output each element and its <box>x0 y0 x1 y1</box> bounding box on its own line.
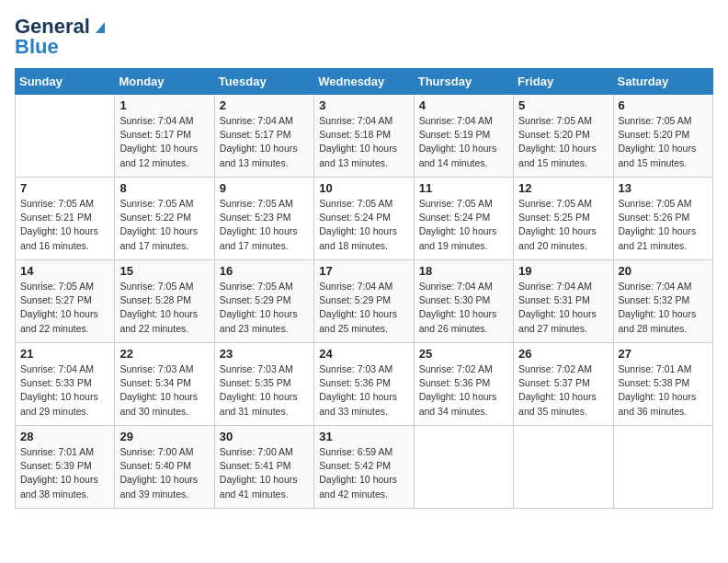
day-number: 20 <box>619 264 708 278</box>
calendar-cell: 4Sunrise: 7:04 AMSunset: 5:19 PMDaylight… <box>414 95 513 178</box>
day-info: Sunrise: 7:04 AMSunset: 5:18 PMDaylight:… <box>319 114 408 170</box>
logo: General Blue <box>15 15 108 59</box>
day-info: Sunrise: 7:04 AMSunset: 5:19 PMDaylight:… <box>419 114 508 170</box>
calendar-cell: 30Sunrise: 7:00 AMSunset: 5:41 PMDayligh… <box>214 426 313 509</box>
day-info: Sunrise: 7:03 AMSunset: 5:35 PMDaylight:… <box>220 362 309 419</box>
day-number: 14 <box>20 264 109 278</box>
day-info: Sunrise: 7:04 AMSunset: 5:31 PMDaylight:… <box>518 280 608 336</box>
day-info: Sunrise: 7:05 AMSunset: 5:29 PMDaylight:… <box>220 280 309 336</box>
logo-text-blue: Blue <box>15 35 59 59</box>
day-info: Sunrise: 7:03 AMSunset: 5:36 PMDaylight:… <box>319 362 408 419</box>
calendar-cell: 22Sunrise: 7:03 AMSunset: 5:34 PMDayligh… <box>115 343 214 426</box>
day-number: 21 <box>20 347 109 361</box>
day-number: 5 <box>518 98 608 112</box>
page-header: General Blue <box>15 15 713 59</box>
day-number: 31 <box>319 430 408 443</box>
day-info: Sunrise: 6:59 AMSunset: 5:42 PMDaylight:… <box>319 445 408 501</box>
day-info: Sunrise: 7:00 AMSunset: 5:41 PMDaylight:… <box>220 445 309 501</box>
day-number: 28 <box>20 430 109 443</box>
day-number: 10 <box>319 181 408 195</box>
day-number: 17 <box>319 264 408 278</box>
weekday-header: Monday <box>115 69 214 95</box>
day-info: Sunrise: 7:05 AMSunset: 5:25 PMDaylight:… <box>518 197 608 253</box>
day-info: Sunrise: 7:02 AMSunset: 5:36 PMDaylight:… <box>419 362 508 419</box>
day-info: Sunrise: 7:00 AMSunset: 5:40 PMDaylight:… <box>119 445 209 501</box>
day-number: 3 <box>319 98 408 112</box>
day-number: 13 <box>619 181 708 195</box>
calendar-cell <box>613 426 712 509</box>
calendar-cell: 16Sunrise: 7:05 AMSunset: 5:29 PMDayligh… <box>214 260 313 343</box>
weekday-header: Tuesday <box>214 69 313 95</box>
calendar-table: SundayMondayTuesdayWednesdayThursdayFrid… <box>15 68 713 509</box>
calendar-cell: 2Sunrise: 7:04 AMSunset: 5:17 PMDaylight… <box>214 95 313 178</box>
calendar-cell: 19Sunrise: 7:04 AMSunset: 5:31 PMDayligh… <box>514 260 613 343</box>
day-info: Sunrise: 7:05 AMSunset: 5:21 PMDaylight:… <box>20 197 109 253</box>
day-number: 6 <box>619 98 708 112</box>
day-number: 19 <box>518 264 608 278</box>
calendar-cell <box>16 95 115 178</box>
calendar-cell: 8Sunrise: 7:05 AMSunset: 5:22 PMDaylight… <box>115 178 214 260</box>
day-info: Sunrise: 7:05 AMSunset: 5:27 PMDaylight:… <box>20 280 109 336</box>
calendar-cell: 1Sunrise: 7:04 AMSunset: 5:17 PMDaylight… <box>115 95 214 178</box>
day-number: 24 <box>319 347 408 361</box>
day-number: 11 <box>419 181 508 195</box>
calendar-cell: 26Sunrise: 7:02 AMSunset: 5:37 PMDayligh… <box>514 343 613 426</box>
calendar-cell: 7Sunrise: 7:05 AMSunset: 5:21 PMDaylight… <box>16 178 115 260</box>
day-number: 18 <box>419 264 508 278</box>
day-info: Sunrise: 7:05 AMSunset: 5:28 PMDaylight:… <box>119 280 209 336</box>
day-info: Sunrise: 7:05 AMSunset: 5:24 PMDaylight:… <box>319 197 408 253</box>
day-number: 29 <box>119 430 209 443</box>
svg-marker-0 <box>96 22 105 33</box>
weekday-header: Friday <box>514 69 613 95</box>
weekday-header: Wednesday <box>314 69 414 95</box>
calendar-cell: 18Sunrise: 7:04 AMSunset: 5:30 PMDayligh… <box>414 260 513 343</box>
calendar-cell: 24Sunrise: 7:03 AMSunset: 5:36 PMDayligh… <box>314 343 414 426</box>
calendar-cell: 15Sunrise: 7:05 AMSunset: 5:28 PMDayligh… <box>115 260 214 343</box>
day-info: Sunrise: 7:05 AMSunset: 5:20 PMDaylight:… <box>619 114 708 170</box>
day-number: 7 <box>20 181 109 195</box>
calendar-cell: 28Sunrise: 7:01 AMSunset: 5:39 PMDayligh… <box>16 426 115 509</box>
day-info: Sunrise: 7:05 AMSunset: 5:20 PMDaylight:… <box>518 114 608 170</box>
calendar-cell <box>514 426 613 509</box>
day-number: 30 <box>220 430 309 443</box>
logo-icon <box>92 18 108 35</box>
calendar-cell: 3Sunrise: 7:04 AMSunset: 5:18 PMDaylight… <box>314 95 414 178</box>
calendar-cell: 17Sunrise: 7:04 AMSunset: 5:29 PMDayligh… <box>314 260 414 343</box>
day-info: Sunrise: 7:05 AMSunset: 5:23 PMDaylight:… <box>220 197 309 253</box>
day-number: 22 <box>119 347 209 361</box>
day-info: Sunrise: 7:04 AMSunset: 5:32 PMDaylight:… <box>619 280 708 336</box>
day-info: Sunrise: 7:05 AMSunset: 5:26 PMDaylight:… <box>619 197 708 253</box>
calendar-cell: 9Sunrise: 7:05 AMSunset: 5:23 PMDaylight… <box>214 178 313 260</box>
day-info: Sunrise: 7:04 AMSunset: 5:17 PMDaylight:… <box>220 114 309 170</box>
day-number: 25 <box>419 347 508 361</box>
day-info: Sunrise: 7:04 AMSunset: 5:30 PMDaylight:… <box>419 280 508 336</box>
day-info: Sunrise: 7:02 AMSunset: 5:37 PMDaylight:… <box>518 362 608 419</box>
day-number: 8 <box>119 181 209 195</box>
calendar-cell: 27Sunrise: 7:01 AMSunset: 5:38 PMDayligh… <box>613 343 712 426</box>
day-number: 9 <box>220 181 309 195</box>
calendar-cell: 25Sunrise: 7:02 AMSunset: 5:36 PMDayligh… <box>414 343 513 426</box>
day-number: 1 <box>119 98 209 112</box>
calendar-cell: 6Sunrise: 7:05 AMSunset: 5:20 PMDaylight… <box>613 95 712 178</box>
calendar-cell: 10Sunrise: 7:05 AMSunset: 5:24 PMDayligh… <box>314 178 414 260</box>
calendar-cell: 11Sunrise: 7:05 AMSunset: 5:24 PMDayligh… <box>414 178 513 260</box>
calendar-cell: 31Sunrise: 6:59 AMSunset: 5:42 PMDayligh… <box>314 426 414 509</box>
calendar-cell: 29Sunrise: 7:00 AMSunset: 5:40 PMDayligh… <box>115 426 214 509</box>
day-number: 23 <box>220 347 309 361</box>
day-number: 27 <box>619 347 708 361</box>
day-info: Sunrise: 7:05 AMSunset: 5:22 PMDaylight:… <box>119 197 209 253</box>
day-number: 4 <box>419 98 508 112</box>
day-number: 15 <box>119 264 209 278</box>
calendar-cell: 5Sunrise: 7:05 AMSunset: 5:20 PMDaylight… <box>514 95 613 178</box>
day-info: Sunrise: 7:01 AMSunset: 5:38 PMDaylight:… <box>619 362 708 419</box>
day-info: Sunrise: 7:04 AMSunset: 5:29 PMDaylight:… <box>319 280 408 336</box>
weekday-header: Sunday <box>16 69 115 95</box>
day-number: 12 <box>518 181 608 195</box>
day-info: Sunrise: 7:05 AMSunset: 5:24 PMDaylight:… <box>419 197 508 253</box>
calendar-cell: 23Sunrise: 7:03 AMSunset: 5:35 PMDayligh… <box>214 343 313 426</box>
weekday-header: Thursday <box>414 69 513 95</box>
weekday-header: Saturday <box>613 69 712 95</box>
day-number: 16 <box>220 264 309 278</box>
calendar-cell: 12Sunrise: 7:05 AMSunset: 5:25 PMDayligh… <box>514 178 613 260</box>
day-info: Sunrise: 7:04 AMSunset: 5:33 PMDaylight:… <box>20 362 109 419</box>
